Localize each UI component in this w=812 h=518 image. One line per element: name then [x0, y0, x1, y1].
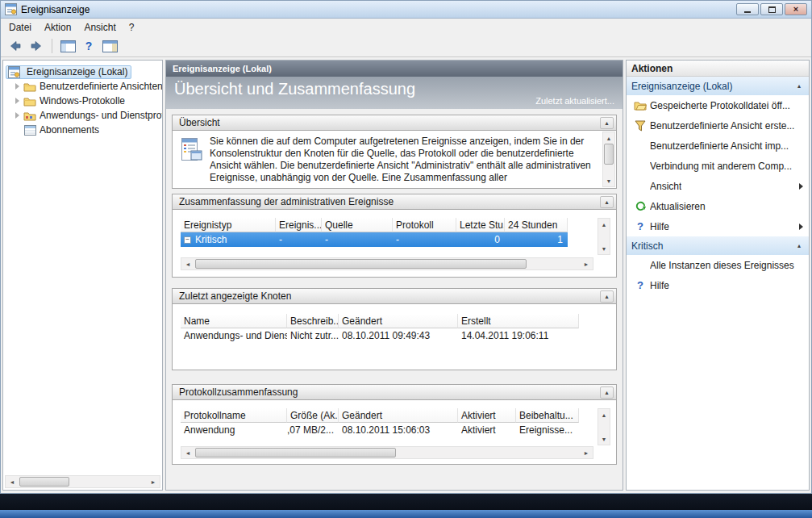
column-header-24-stunden[interactable]: 24 Stunden [505, 218, 568, 232]
tree-item-label: Anwendungs- und Dienstprotokolle [40, 110, 162, 121]
maximize-button[interactable] [760, 3, 783, 15]
tree-item-app-service-logs[interactable]: Anwendungs- und Dienstprotokolle [3, 108, 162, 123]
taskbar[interactable] [0, 510, 812, 518]
scroll-left-icon[interactable]: ◄ [181, 447, 194, 458]
collapse-group-icon[interactable]: ▴ [793, 82, 806, 90]
log-summary-section-header[interactable]: Protokollzusammenfassung ▴ [172, 384, 617, 400]
scroll-up-icon[interactable]: ▲ [598, 409, 610, 420]
admin-events-vertical-scrollbar[interactable]: ▲ ▼ [598, 218, 610, 255]
scroll-left-icon[interactable]: ◄ [6, 476, 19, 487]
action-view-submenu[interactable]: Ansicht [627, 176, 809, 196]
logsum-hscroll-thumb[interactable] [195, 448, 396, 457]
scroll-down-icon[interactable]: ▼ [603, 175, 614, 186]
tree-scroll-track[interactable] [19, 476, 147, 487]
tree-item-subscriptions[interactable]: Abonnements [3, 123, 162, 137]
log-summary-table-head: Protokollname Größe (Ak... Geändert Akti… [181, 408, 579, 423]
menu-aktion[interactable]: Aktion [38, 20, 77, 35]
column-header-beschreibung[interactable]: Beschreib... [287, 314, 339, 328]
logsum-hscroll-track[interactable] [194, 447, 580, 458]
cell-geaendert: 08.10.2011 15:06:03 [339, 423, 458, 437]
forward-button[interactable] [27, 37, 46, 55]
scroll-right-icon[interactable]: ► [147, 476, 160, 487]
action-help-kritisch[interactable]: ? Hilfe [627, 275, 809, 295]
admin-hscroll-track[interactable] [194, 258, 580, 269]
menu-datei[interactable]: Datei [2, 20, 38, 35]
actions-group-event-viewer[interactable]: Ereignisanzeige (Lokal) ▴ [627, 77, 809, 95]
toolbar-help-button[interactable]: ? [79, 37, 98, 55]
action-help-submenu[interactable]: ? Hilfe [627, 216, 809, 236]
close-button[interactable]: × [785, 3, 807, 15]
overview-section-header[interactable]: Übersicht ▴ [172, 115, 617, 131]
column-header-name[interactable]: Name [181, 314, 287, 328]
column-header-geaendert[interactable]: Geändert [339, 408, 458, 423]
scroll-up-icon[interactable]: ▲ [603, 132, 614, 144]
collapse-section-button[interactable]: ▴ [600, 290, 614, 303]
expand-arrow-icon[interactable] [15, 98, 19, 104]
tree-horizontal-scrollbar[interactable]: ◄ ► [5, 475, 160, 488]
tree-item-windows-logs[interactable]: Windows-Protokolle [3, 94, 162, 108]
column-header-quelle[interactable]: Quelle [322, 218, 393, 232]
overview-vertical-scrollbar[interactable]: ▲ ▼ [602, 132, 615, 187]
banner-title: Übersicht und Zusammenfassung [174, 80, 415, 98]
admin-events-horizontal-scrollbar[interactable]: ◄ ► [181, 257, 593, 270]
column-header-aktiviert[interactable]: Aktiviert [458, 408, 516, 423]
toolbar-separator [52, 39, 52, 53]
collapse-section-button[interactable]: ▴ [600, 386, 614, 399]
menu-ansicht[interactable]: Ansicht [77, 20, 122, 35]
console-tree-toggle-button[interactable] [58, 37, 77, 55]
collapse-section-button[interactable]: ▴ [600, 117, 614, 129]
collapse-section-button[interactable]: ▴ [600, 196, 614, 208]
table-row-recent-node[interactable]: Anwendungs- und Diens... Nicht zutr... 0… [181, 328, 579, 343]
log-summary-horizontal-scrollbar[interactable]: ◄ ► [181, 446, 593, 459]
actions-group-kritisch[interactable]: Kritisch ▴ [627, 236, 809, 255]
column-header-erstellt[interactable]: Erstellt [458, 314, 579, 328]
recent-nodes-section-header[interactable]: Zuletzt angezeigte Knoten ▴ [172, 288, 617, 304]
admin-scroll-track[interactable] [598, 230, 610, 243]
action-import-custom-view[interactable]: Benutzerdefinierte Ansicht imp... [627, 136, 809, 156]
action-pane-toggle-button[interactable] [100, 37, 119, 55]
column-header-beibehaltung[interactable]: Beibehaltu... [516, 408, 579, 423]
action-open-saved-log[interactable]: Gespeicherte Protokolldatei öff... [627, 95, 809, 115]
tree-scroll-thumb[interactable] [19, 477, 69, 487]
scroll-right-icon[interactable]: ► [580, 447, 593, 458]
admin-hscroll-thumb[interactable] [195, 259, 527, 269]
expand-arrow-icon[interactable] [15, 112, 19, 119]
action-label: Benutzerdefinierte Ansicht erste... [650, 120, 794, 132]
logsum-scroll-track[interactable] [598, 420, 610, 433]
log-summary-vertical-scrollbar[interactable]: ▲ ▼ [598, 408, 610, 445]
column-header-ereignistyp[interactable]: Ereignistyp [181, 218, 276, 232]
action-label: Gespeicherte Protokolldatei öff... [650, 100, 790, 111]
overview-scroll-track[interactable] [603, 144, 614, 175]
minimize-button[interactable] [736, 3, 759, 15]
results-panel: Ereignisanzeige (Lokal) Übersicht und Zu… [165, 60, 623, 491]
action-all-instances[interactable]: Alle Instanzen dieses Ereignisses... [627, 255, 809, 275]
table-row-anwendung[interactable]: Anwendung 8,07 MB/2... 08.10.2011 15:06:… [181, 423, 579, 437]
expand-arrow-icon[interactable] [15, 83, 19, 90]
column-header-geaendert[interactable]: Geändert [339, 314, 458, 328]
column-header-letzte-stunde[interactable]: Letzte Stu... [456, 218, 505, 232]
action-create-custom-view[interactable]: Benutzerdefinierte Ansicht erste... [627, 115, 809, 136]
scroll-down-icon[interactable]: ▼ [598, 433, 610, 445]
column-header-protokoll[interactable]: Protokoll [393, 218, 456, 232]
table-row-kritisch[interactable]: − Kritisch - - - 0 1 [181, 232, 568, 247]
column-header-groesse[interactable]: Größe (Ak... [287, 408, 339, 423]
row-collapse-icon[interactable]: − [184, 236, 191, 244]
scroll-left-icon[interactable]: ◄ [181, 258, 194, 269]
column-header-protokollname[interactable]: Protokollname [181, 408, 287, 423]
action-refresh[interactable]: Aktualisieren [627, 196, 809, 216]
admin-events-section-header[interactable]: Zusammenfassung der administrativen Erei… [172, 194, 617, 210]
action-connect-other-computer[interactable]: Verbindung mit anderem Comp... [627, 156, 809, 176]
title-bar[interactable]: Ereignisanzeige × [1, 1, 811, 19]
tree-item-custom-views[interactable]: Benutzerdefinierte Ansichten [3, 79, 162, 94]
tree-root-event-viewer[interactable]: Ereignisanzeige (Lokal) [3, 65, 162, 79]
cell-groesse: 8,07 MB/2... [287, 423, 339, 437]
collapse-group-icon[interactable]: ▴ [793, 242, 806, 249]
scroll-down-icon[interactable]: ▼ [598, 243, 610, 254]
scroll-up-icon[interactable]: ▲ [598, 219, 610, 230]
desktop-background [0, 494, 812, 510]
column-header-ereignis-id[interactable]: Ereignis... [276, 218, 322, 232]
scroll-right-icon[interactable]: ► [580, 258, 593, 269]
overview-scroll-thumb[interactable] [604, 144, 614, 165]
menu-hilfe[interactable]: ? [123, 20, 141, 35]
back-button[interactable] [6, 37, 25, 55]
